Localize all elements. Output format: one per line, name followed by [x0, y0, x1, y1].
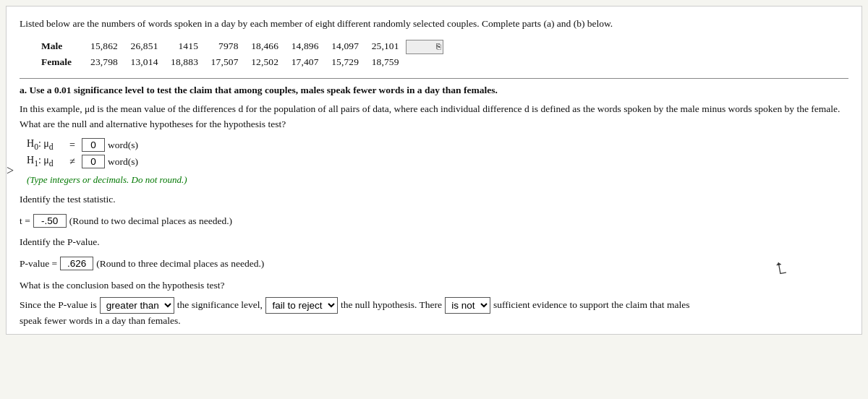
t-stat-row: t = (Round to two decimal places as need… — [20, 213, 848, 229]
body-text: In this example, μd is the mean value of… — [20, 102, 848, 132]
since-end: sufficient evidence to support the claim… — [493, 297, 690, 314]
since-middle: the significance level, — [177, 297, 263, 314]
reject-dropdown[interactable]: fail to reject reject — [265, 297, 338, 314]
pvalue-row: P-value = (Round to three decimal places… — [20, 256, 848, 272]
male-values: 15,862 26,851 1415 7978 18,466 14,896 14… — [85, 38, 443, 54]
male-label: Male — [41, 38, 85, 54]
H1-label: H1: μd — [27, 155, 63, 168]
hyp-note: (Type integers or decimals. Do not round… — [27, 174, 848, 186]
female-row: Female 23,798 13,014 18,883 17,507 12,50… — [41, 54, 848, 70]
data-table: Male 15,862 26,851 1415 7978 18,466 14,8… — [41, 38, 848, 69]
side-arrow: > — [7, 163, 14, 178]
since-after: the null hypothesis. There — [341, 297, 442, 314]
H1-value-input[interactable] — [82, 155, 105, 168]
female-label: Female — [41, 54, 85, 70]
pvalue-input[interactable] — [60, 257, 93, 270]
intro-text: Listed below are the numbers of words sp… — [20, 17, 848, 31]
identify-stat-label: Identify the test statistic. — [20, 192, 848, 207]
H0-unit: word(s) — [108, 140, 138, 151]
t-note: (Round to two decimal places as needed.) — [69, 213, 232, 229]
since-prefix: Since the P-value is — [20, 297, 97, 314]
divider — [20, 78, 848, 79]
H1-row: H1: μd ≠ word(s) — [27, 155, 848, 168]
male-row: Male 15,862 26,851 1415 7978 18,466 14,8… — [41, 38, 848, 54]
cursor-arrow: ⮤ — [773, 259, 791, 278]
since-row: Since the P-value is greater than less t… — [20, 297, 848, 314]
pvalue-prefix: P-value = — [20, 256, 57, 272]
H1-unit: word(s) — [108, 156, 138, 168]
H0-row: H0: μd = word(s) — [27, 138, 848, 152]
H0-label: H0: μd — [27, 138, 63, 152]
H0-symbol: = — [66, 140, 79, 151]
identify-pvalue-label: Identify the P-value. — [20, 234, 848, 250]
hypothesis-block: H0: μd = word(s) H1: μd ≠ word(s) — [27, 138, 848, 168]
pvalue-comparison-dropdown[interactable]: greater than less than equal to — [100, 297, 174, 314]
truncated-text: speak fewer words in a day than females. — [20, 315, 848, 327]
t-prefix: t = — [20, 213, 30, 229]
pvalue-note: (Round to three decimal places as needed… — [96, 256, 264, 272]
H0-value-input[interactable] — [82, 138, 105, 152]
part-a-label: a. Use a 0.01 significance level to test… — [20, 85, 848, 96]
conclusion-question: What is the conclusion based on the hypo… — [20, 278, 848, 293]
H1-symbol: ≠ — [66, 156, 79, 168]
is-not-dropdown[interactable]: is not is — [445, 297, 490, 314]
t-value-input[interactable] — [33, 214, 67, 228]
female-values: 23,798 13,014 18,883 17,507 12,502 17,40… — [85, 54, 404, 70]
